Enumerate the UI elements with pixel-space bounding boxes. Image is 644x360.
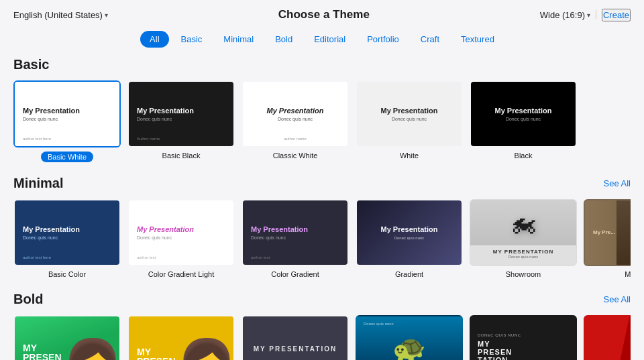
language-label: English (United States) [13, 10, 103, 20]
theme-card-gradient[interactable]: My Presentation Donec quis nunc Gradient [356, 199, 463, 278]
theme-preview-black[interactable]: My Presentation Donec quis nunc [470, 80, 577, 147]
theme-preview-basic-color[interactable]: My Presentation Donec quis nunc author t… [13, 199, 121, 266]
theme-preview-bold-4[interactable]: 🐢 Donec quis nunc My Presentation [356, 315, 463, 360]
theme-preview-basic-black[interactable]: My Presentation Donec quis nunc Author n… [127, 80, 235, 147]
preview-title: My Presentation [381, 225, 438, 234]
theme-card-black[interactable]: My Presentation Donec quis nunc Black [470, 80, 577, 162]
theme-card-color-gradient[interactable]: My Presentation Donec quis nunc author t… [241, 199, 349, 278]
minimal-see-all[interactable]: See All [604, 178, 631, 188]
theme-preview-bold-6[interactable] [584, 315, 631, 360]
bold-see-all[interactable]: See All [604, 294, 631, 304]
theme-card-bold-4[interactable]: 🐢 Donec quis nunc My Presentation [356, 315, 463, 360]
theme-card-showroom[interactable]: MY PRESENTATION Donec quis nunc Showroom [470, 199, 577, 278]
theme-preview-bold-5[interactable]: DONEC QUIS NUNC MYPRESENTATION [470, 315, 577, 360]
theme-card-white[interactable]: My Presentation Donec quis nunc White [356, 80, 463, 162]
filter-bar: All Basic Minimal Bold Editorial Portfol… [0, 27, 644, 57]
divider [596, 10, 596, 19]
preview-subtitle: Donec quis nunc [278, 117, 313, 121]
preview-author: Author name [137, 137, 160, 141]
preview-author: author text here [23, 255, 51, 259]
page-title: Choose a Theme [108, 8, 540, 21]
theme-label-classic-white: Classic White [273, 152, 318, 160]
theme-preview-classic-white[interactable]: My Presentation Donec quis nunc author n… [241, 80, 349, 147]
theme-preview-color-gradient-light[interactable]: My Presentation Donec quis nunc author t… [127, 199, 235, 266]
tab-basic[interactable]: Basic [172, 31, 212, 48]
theme-label-black: Black [515, 152, 533, 160]
showroom-text: MY PRESENTATION Donec quis nunc [470, 249, 576, 259]
aspect-ratio-label: Wide (16:9) [540, 10, 585, 20]
minimal-theme-grid: My Presentation Donec quis nunc author t… [13, 199, 631, 278]
top-bar: English (United States) ▾ Choose a Theme… [0, 0, 644, 27]
showroom-subtitle: Donec quis nunc [470, 255, 576, 259]
theme-card-modern[interactable]: My Pre... Modern [584, 199, 631, 278]
theme-card-bold-6[interactable] [584, 315, 631, 360]
section-basic-title: Basic [13, 57, 49, 72]
preview-subtitle: Donec quis nunc [137, 117, 225, 121]
preview-title: My Presentation [137, 107, 225, 115]
top-bar-right: Wide (16:9) ▾ Create [540, 9, 631, 21]
theme-label-showroom: Showroom [506, 270, 541, 278]
theme-preview-bold-1[interactable]: 👩 MYPRESENTATION Donec [13, 315, 121, 360]
section-minimal: Minimal See All My Presentation Donec qu… [13, 176, 631, 278]
basic-theme-grid: My Presentation Donec quis nunc author t… [13, 80, 631, 162]
preview-title: My Presentation [23, 225, 111, 234]
theme-label-basic-color: Basic Color [48, 270, 86, 278]
theme-label-color-gradient: Color Gradient [271, 270, 319, 278]
section-basic: Basic My Presentation Donec quis nunc au… [13, 57, 631, 162]
showroom-title: MY PRESENTATION [470, 249, 576, 255]
theme-card-color-gradient-light[interactable]: My Presentation Donec quis nunc author t… [127, 199, 235, 278]
preview-subtitle: Donec quis nunc [251, 235, 339, 240]
tab-minimal[interactable]: Minimal [214, 31, 263, 48]
theme-preview-bold-3[interactable]: MY PRESENTATION [241, 315, 349, 360]
bold5-label: DONEC QUIS NUNC [478, 333, 569, 337]
section-minimal-header: Minimal See All [13, 176, 631, 191]
bold-theme-grid: 👩 MYPRESENTATION Donec 👩 [13, 315, 631, 360]
bold4-subtitle: Donec quis nunc [364, 322, 455, 326]
theme-preview-modern[interactable]: My Pre... [584, 199, 631, 266]
theme-card-basic-black[interactable]: My Presentation Donec quis nunc Author n… [127, 80, 235, 162]
tab-bold[interactable]: Bold [266, 31, 302, 48]
language-selector[interactable]: English (United States) ▾ [13, 10, 108, 20]
create-button[interactable]: Create [602, 9, 631, 21]
theme-preview-basic-white[interactable]: My Presentation Donec quis nunc author t… [13, 80, 121, 147]
tab-textured[interactable]: Textured [451, 31, 504, 48]
tab-portfolio[interactable]: Portfolio [358, 31, 409, 48]
main-content: Basic My Presentation Donec quis nunc au… [0, 57, 644, 360]
aspect-chevron-icon: ▾ [587, 11, 590, 19]
theme-card-classic-white[interactable]: My Presentation Donec quis nunc author n… [241, 80, 349, 162]
theme-preview-bold-2[interactable]: 👩 MYPRESENTATION [127, 315, 235, 360]
preview-title: My Presentation [251, 225, 339, 234]
preview-subtitle: Donec quis nunc [23, 117, 111, 121]
theme-preview-showroom[interactable]: MY PRESENTATION Donec quis nunc [470, 199, 577, 266]
section-bold: Bold See All 👩 MYPRESENTATION Donec [13, 292, 631, 360]
preview-author: author text [137, 255, 156, 259]
tab-editorial[interactable]: Editorial [305, 31, 355, 48]
theme-card-bold-5[interactable]: DONEC QUIS NUNC MYPRESENTATION [470, 315, 577, 360]
section-basic-header: Basic [13, 57, 631, 72]
preview-title: My Pre... [593, 229, 631, 236]
preview-author: author name [284, 137, 307, 141]
preview-author: author text [251, 255, 270, 259]
theme-card-bold-3[interactable]: MY PRESENTATION [241, 315, 349, 360]
preview-title: My Presentation [137, 225, 225, 234]
theme-preview-color-gradient[interactable]: My Presentation Donec quis nunc author t… [241, 199, 349, 266]
section-minimal-title: Minimal [13, 176, 63, 191]
showroom-bike-image [470, 200, 576, 245]
theme-label-white: White [400, 152, 419, 160]
theme-card-bold-1[interactable]: 👩 MYPRESENTATION Donec [13, 315, 121, 360]
theme-preview-white[interactable]: My Presentation Donec quis nunc [356, 80, 463, 147]
theme-label-basic-black: Basic Black [162, 152, 201, 160]
theme-preview-gradient[interactable]: My Presentation Donec quis nunc [356, 199, 463, 266]
theme-card-bold-2[interactable]: 👩 MYPRESENTATION [127, 315, 235, 360]
theme-label-basic-white: Basic White [41, 152, 93, 162]
aspect-ratio-selector[interactable]: Wide (16:9) ▾ [540, 10, 590, 20]
preview-subtitle: Donec quis nunc [394, 236, 425, 240]
theme-card-basic-white[interactable]: My Presentation Donec quis nunc author t… [13, 80, 121, 162]
tab-all[interactable]: All [140, 31, 168, 48]
preview-author: author text here [23, 137, 51, 141]
bold1-title: MYPRESENTATION [23, 343, 62, 360]
theme-label-gradient: Gradient [395, 270, 423, 278]
theme-card-basic-color[interactable]: My Presentation Donec quis nunc author t… [13, 199, 121, 278]
theme-label-color-gradient-light: Color Gradient Light [148, 270, 214, 278]
tab-craft[interactable]: Craft [411, 31, 449, 48]
